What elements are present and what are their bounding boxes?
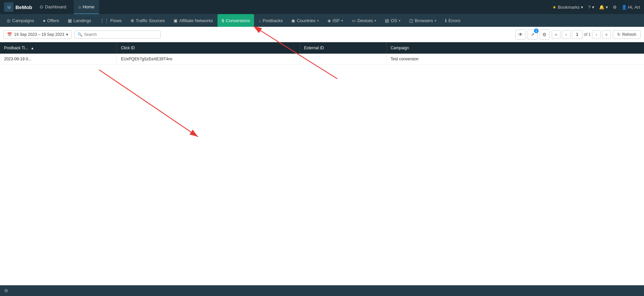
- notifications-btn[interactable]: 🔔 ▾: [599, 5, 608, 10]
- affiliate-networks-label: Affiliate Networks: [179, 18, 213, 23]
- prev-page-icon: ‹: [565, 32, 567, 37]
- notifications-arrow: ▾: [606, 5, 608, 10]
- next-page-icon: ›: [596, 32, 597, 37]
- conversions-icon: $: [221, 18, 224, 23]
- flows-label: Flows: [110, 18, 122, 23]
- devices-label: Devices: [357, 18, 373, 23]
- traffic-sources-icon: ⊕: [131, 18, 134, 23]
- bottom-bar: ⚙: [0, 285, 644, 296]
- cell-external-id: [300, 54, 386, 65]
- isp-arrow: ▾: [341, 19, 343, 22]
- search-icon: 🔍: [78, 32, 83, 37]
- table-row: 2023-09-19 0... EUxPQEfr7gSzEeAE39T4nv T…: [0, 54, 644, 65]
- tab-home-label: Home: [83, 4, 94, 9]
- top-bar-left: ⊔ BeMob ⊙ Dashboard ⌂ Home: [4, 0, 99, 14]
- countries-label: Countries: [297, 18, 315, 23]
- bookmarks-btn[interactable]: ★ Bookmarks ▾: [552, 5, 583, 10]
- bookmarks-arrow: ▾: [581, 5, 583, 10]
- share-button[interactable]: ↗ 1: [528, 29, 538, 40]
- refresh-icon: ↻: [617, 32, 621, 37]
- col-click-id-label: Click ID: [121, 46, 135, 50]
- search-box: 🔍: [75, 31, 161, 39]
- sidebar-item-conversions[interactable]: $ Conversions: [217, 14, 254, 27]
- offers-icon: ●: [43, 18, 46, 23]
- user-label: Hi, Art: [628, 5, 640, 10]
- first-page-icon: «: [555, 32, 557, 37]
- refresh-button[interactable]: ↻ Refresh: [613, 30, 641, 39]
- date-range-label: 19 Sep 2023 – 19 Sep 2023: [14, 32, 64, 37]
- table-container: Postback Ti... ▲ Click ID External ID Ca…: [0, 42, 644, 65]
- browsers-icon: ◫: [409, 18, 413, 23]
- search-input[interactable]: [84, 32, 158, 37]
- sidebar-item-os[interactable]: ▤ OS ▾: [381, 14, 404, 27]
- cell-campaign: Test conversion: [386, 54, 644, 65]
- campaigns-icon: ◎: [7, 18, 10, 23]
- sort-asc-icon: ▲: [31, 46, 34, 50]
- col-postback-time[interactable]: Postback Ti... ▲: [0, 42, 117, 54]
- settings-btn[interactable]: ⚙: [613, 5, 617, 10]
- countries-icon: ◉: [291, 18, 295, 23]
- share-icon: ↗: [531, 32, 535, 37]
- sidebar-item-isp[interactable]: ◈ ISP ▾: [324, 14, 347, 27]
- col-external-id[interactable]: External ID: [300, 42, 386, 54]
- sidebar-item-flows[interactable]: ⋮⋮ Flows: [96, 14, 126, 27]
- user-btn[interactable]: 👤 Hi, Art: [622, 5, 640, 10]
- page-number-input[interactable]: 1: [572, 30, 583, 39]
- conversions-label: Conversions: [226, 18, 250, 23]
- last-page-icon: »: [605, 32, 608, 37]
- sidebar-item-countries[interactable]: ◉ Countries ▾: [287, 14, 323, 27]
- first-page-button[interactable]: «: [552, 30, 560, 39]
- landings-label: Landings: [73, 18, 91, 23]
- landings-icon: ▦: [68, 18, 72, 23]
- sidebar-item-traffic-sources[interactable]: ⊕ Traffic Sources: [127, 14, 169, 27]
- col-campaign[interactable]: Campaign: [386, 42, 644, 54]
- last-page-button[interactable]: »: [602, 30, 611, 39]
- date-range-picker[interactable]: 📅 19 Sep 2023 – 19 Sep 2023 ▾: [3, 30, 72, 39]
- nav-bar: ◎ Campaigns ● Offers ▦ Landings ⋮⋮ Flows…: [0, 14, 644, 27]
- postback-time-value: 2023-09-19 0...: [4, 57, 31, 61]
- traffic-sources-label: Traffic Sources: [136, 18, 165, 23]
- bottom-settings-icon[interactable]: ⚙: [4, 288, 8, 293]
- browsers-arrow: ▾: [435, 19, 436, 22]
- sidebar-item-devices[interactable]: ▭ Devices ▾: [348, 14, 380, 27]
- svg-line-2: [99, 70, 198, 137]
- campaigns-label: Campaigns: [12, 18, 34, 23]
- home-icon: ⌂: [79, 4, 81, 9]
- sidebar-item-browsers[interactable]: ◫ Browsers ▾: [405, 14, 440, 27]
- cell-postback-time: 2023-09-19 0...: [0, 54, 117, 65]
- isp-icon: ◈: [328, 18, 331, 23]
- tab-dashboard[interactable]: ⊙ Dashboard: [35, 0, 71, 14]
- help-btn[interactable]: ? ▾: [588, 5, 594, 10]
- devices-icon: ▭: [352, 18, 356, 23]
- toolbar: 📅 19 Sep 2023 – 19 Sep 2023 ▾ 🔍 👁 ↗ 1 ⚙: [0, 27, 644, 42]
- errors-label: Errors: [448, 18, 460, 23]
- sidebar-item-campaigns[interactable]: ◎ Campaigns: [3, 14, 38, 27]
- tab-dashboard-label: Dashboard: [45, 4, 66, 9]
- top-bar: ⊔ BeMob ⊙ Dashboard ⌂ Home ★ Bookmarks ▾…: [0, 0, 644, 14]
- click-id-value: EUxPQEfr7gSzEeAE39T4nv: [121, 57, 172, 61]
- prev-page-button[interactable]: ‹: [562, 30, 571, 39]
- logo-text: BeMob: [15, 4, 32, 10]
- browsers-label: Browsers: [415, 18, 433, 23]
- eye-button[interactable]: 👁: [515, 29, 526, 40]
- column-settings-button[interactable]: ⚙: [540, 29, 550, 40]
- sidebar-item-landings[interactable]: ▦ Landings: [64, 14, 95, 27]
- sidebar-item-affiliate-networks[interactable]: ▣ Affiliate Networks: [169, 14, 217, 27]
- logo: ⊔ BeMob: [4, 2, 32, 12]
- refresh-label: Refresh: [622, 32, 636, 37]
- calendar-icon: 📅: [7, 32, 12, 37]
- sidebar-item-offers[interactable]: ● Offers: [39, 14, 63, 27]
- sidebar-item-errors[interactable]: ℹ Errors: [441, 14, 464, 27]
- flows-icon: ⋮⋮: [100, 18, 109, 23]
- page-of-label: of 1: [584, 32, 591, 37]
- isp-label: ISP: [333, 18, 340, 23]
- bell-icon: 🔔: [599, 5, 604, 10]
- postbacks-icon: ↓: [259, 18, 261, 23]
- col-click-id[interactable]: Click ID: [117, 42, 300, 54]
- toolbar-right: 👁 ↗ 1 ⚙ « ‹ 1 of 1 ›: [515, 29, 641, 40]
- sidebar-item-postbacks[interactable]: ↓ Postbacks: [255, 14, 287, 27]
- os-arrow: ▾: [399, 19, 400, 22]
- top-bar-right: ★ Bookmarks ▾ ? ▾ 🔔 ▾ ⚙ 👤 Hi, Art: [552, 5, 640, 10]
- tab-home[interactable]: ⌂ Home: [74, 0, 99, 14]
- next-page-button[interactable]: ›: [592, 30, 601, 39]
